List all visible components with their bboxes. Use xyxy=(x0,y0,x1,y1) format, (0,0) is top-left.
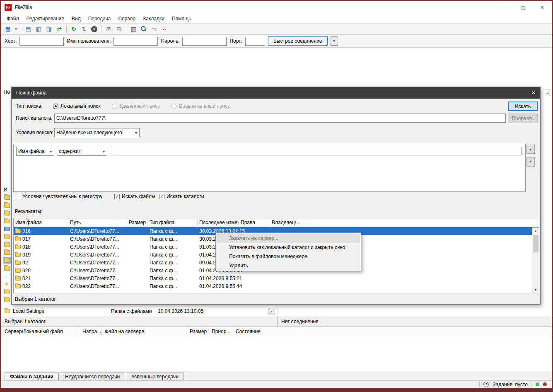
search-button[interactable]: Искать xyxy=(508,102,538,111)
dialog-close-icon[interactable] xyxy=(531,90,536,96)
tree-row[interactable] xyxy=(2,233,12,241)
menu-item-upload[interactable]: Закачать на сервер... xyxy=(217,234,360,243)
maximize-icon[interactable] xyxy=(514,1,533,14)
help-icon[interactable] xyxy=(483,382,489,387)
menu-item-show-in-file-manager[interactable]: Показать в файловом менеджере xyxy=(217,252,360,261)
menu-bookmarks[interactable]: Закладки xyxy=(139,15,168,23)
tree-row-selected[interactable] xyxy=(2,256,12,264)
cancel-icon[interactable] xyxy=(91,26,97,32)
col-owner[interactable]: Владелец/... xyxy=(270,218,309,227)
tree-row[interactable] xyxy=(2,241,12,249)
tree-row[interactable] xyxy=(2,249,12,256)
case-sensitive-checkbox[interactable]: Условия чувствительны к регистру xyxy=(15,194,102,199)
host-label: Хост: xyxy=(5,38,17,44)
match-type-combo[interactable]: Найдено все из следующего xyxy=(54,128,140,137)
tab-queued-files[interactable]: Файлы в задании xyxy=(5,373,59,380)
toggle-remote-tree-icon[interactable] xyxy=(44,24,54,34)
folder-icon xyxy=(4,250,10,255)
queue-col-remote-file[interactable]: Файл на сервере xyxy=(101,327,186,336)
scroll-thumb[interactable] xyxy=(533,235,539,252)
stop-button[interactable]: Прервать xyxy=(508,114,538,123)
filezilla-window: Fz FileZilla Файл Редактирование Вид Пер… xyxy=(1,1,552,388)
condition-value-input[interactable] xyxy=(110,147,522,155)
radio-comparative-search[interactable]: Сравнительный поиск xyxy=(171,103,229,109)
site-manager-dropdown-icon[interactable] xyxy=(13,24,19,34)
results-scrollbar[interactable] xyxy=(532,227,539,293)
minimize-icon[interactable] xyxy=(495,1,514,14)
tree-row[interactable] xyxy=(2,225,12,233)
directory-comparison-icon[interactable] xyxy=(128,24,138,34)
menu-item-set-local-dir[interactable]: Установить как локальный каталог и закры… xyxy=(217,243,360,252)
menu-item-delete[interactable]: Удалить xyxy=(217,261,360,270)
disconnect-icon[interactable] xyxy=(104,24,113,34)
tree-row[interactable] xyxy=(2,209,12,217)
host-input[interactable] xyxy=(19,37,64,46)
toolbar-separator xyxy=(21,25,21,33)
site-manager-icon[interactable] xyxy=(3,24,13,34)
tab-failed-transfers[interactable]: Неудавшиеся передачи xyxy=(60,373,125,380)
condition-field-combo[interactable]: Имя файла xyxy=(16,147,54,156)
col-name[interactable]: Имя файла xyxy=(14,218,68,227)
scroll-up-icon[interactable] xyxy=(532,227,539,234)
col-path[interactable]: Путь xyxy=(68,218,122,227)
password-input[interactable] xyxy=(182,37,227,46)
scroll-down-icon[interactable] xyxy=(532,286,539,293)
close-icon[interactable] xyxy=(533,1,552,14)
search-dir-input[interactable] xyxy=(54,114,506,123)
menu-server[interactable]: Сервер xyxy=(114,15,139,23)
radio-local-search[interactable]: Локальный поиск xyxy=(53,103,100,109)
tree-row[interactable] xyxy=(2,296,12,304)
folder-icon xyxy=(15,284,21,288)
menu-transfer[interactable]: Передача xyxy=(85,15,115,23)
quickconnect-button[interactable]: Быстрое соединение xyxy=(268,36,328,46)
dialog-title-bar[interactable]: Поиск файла xyxy=(12,87,540,99)
find-files-checkbox[interactable]: Искать файлы xyxy=(114,194,155,199)
cell-type: Папка с ф... xyxy=(148,260,198,266)
dialog-title: Поиск файла xyxy=(16,90,47,96)
refresh-icon[interactable] xyxy=(69,24,79,34)
toggle-queue-view-icon[interactable] xyxy=(54,24,64,34)
file-search-icon[interactable] xyxy=(139,24,149,34)
result-row[interactable]: 021 C:\Users\DToretto77... Папка с ф... … xyxy=(14,274,539,282)
col-permissions[interactable]: Права xyxy=(239,218,270,227)
remove-condition-button[interactable]: - xyxy=(526,145,535,154)
username-input[interactable] xyxy=(113,37,158,46)
process-queue-icon[interactable] xyxy=(79,24,89,34)
tree-row[interactable] xyxy=(2,272,12,280)
remote-scroll-up-icon[interactable] xyxy=(545,90,551,96)
quickconnect-dropdown-icon[interactable] xyxy=(331,36,338,46)
menu-help[interactable]: Помощь xyxy=(168,15,195,23)
queue-col-priority[interactable]: Приор... xyxy=(208,327,232,336)
tree-row[interactable] xyxy=(2,217,12,225)
tree-row[interactable] xyxy=(2,288,12,296)
tree-row[interactable] xyxy=(2,201,12,209)
queue-col-direction[interactable]: Напра... xyxy=(79,327,101,336)
menu-file[interactable]: Файл xyxy=(3,15,23,23)
col-size[interactable]: Размер xyxy=(122,218,148,227)
synchronized-browsing-icon[interactable] xyxy=(149,24,159,34)
add-condition-button[interactable]: + xyxy=(526,157,535,167)
queue-col-size[interactable]: Размер xyxy=(186,327,208,336)
tab-successful-transfers[interactable]: Успешные передачи xyxy=(126,373,184,380)
port-input[interactable] xyxy=(245,37,265,46)
reconnect-icon[interactable] xyxy=(114,24,124,34)
folder-icon xyxy=(4,298,10,302)
tree-row[interactable] xyxy=(2,280,12,288)
find-files-icon[interactable] xyxy=(159,24,169,34)
toggle-log-view-icon[interactable] xyxy=(23,24,33,34)
menu-view[interactable]: Вид xyxy=(68,15,85,23)
col-modified[interactable]: Последнее измен... xyxy=(198,218,239,227)
local-scroll-down-icon[interactable] xyxy=(268,308,275,315)
col-type[interactable]: Тип файла xyxy=(148,218,198,227)
tree-row[interactable] xyxy=(2,264,12,272)
find-dirs-checkbox[interactable]: Искать каталоги xyxy=(159,194,204,199)
local-file-row[interactable]: Local Settings Папка с файлами 10.04.202… xyxy=(1,307,278,315)
queue-col-server-local-file[interactable]: Сервер/Локальный файл xyxy=(1,327,79,336)
toggle-local-tree-icon[interactable] xyxy=(34,24,43,34)
menu-edit[interactable]: Редактирование xyxy=(23,15,68,23)
result-row[interactable]: 022 C:\Users\DToretto77... Папка с ф... … xyxy=(14,282,539,290)
radio-remote-search[interactable]: Удаленный поиск xyxy=(112,103,159,109)
tree-row[interactable] xyxy=(2,194,12,201)
condition-operator-combo[interactable]: содержит xyxy=(57,147,107,156)
queue-col-status[interactable]: Состояние xyxy=(232,327,296,336)
